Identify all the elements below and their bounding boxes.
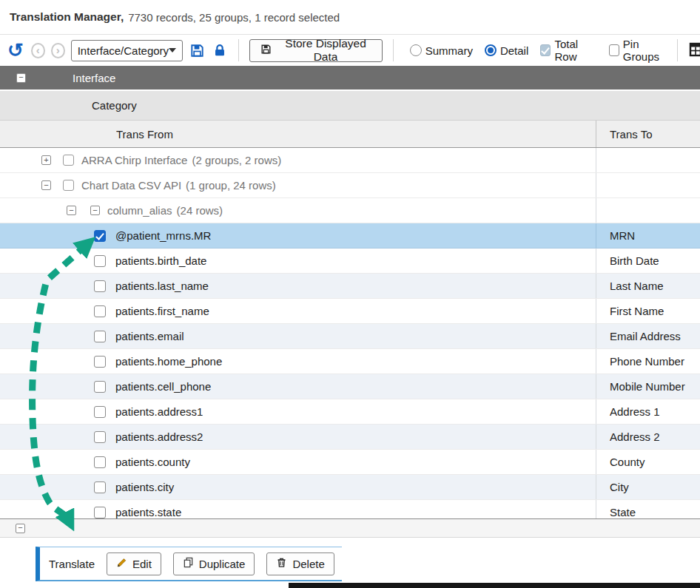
row-checkbox[interactable]	[94, 356, 106, 368]
group-meta: (1 group, 24 rows)	[186, 179, 276, 192]
lock-icon[interactable]	[212, 42, 228, 58]
edit-button[interactable]: Edit	[107, 552, 161, 575]
trans-to-cell: Address 2	[596, 425, 700, 449]
summary-radio[interactable]: Summary	[410, 44, 473, 57]
trans-to-cell: Birth Date	[596, 249, 700, 273]
collapse-icon[interactable]	[16, 73, 26, 83]
checkbox-icon	[609, 44, 619, 56]
toolbar-separator	[238, 39, 239, 61]
table-row[interactable]: patients.address1 Address 1	[0, 399, 700, 425]
translate-label: Translate	[49, 558, 95, 570]
grid-body: ARRA Chirp Interface (2 groups, 2 rows) …	[0, 148, 700, 518]
trans-to-cell: First Name	[596, 299, 700, 323]
group-checkbox[interactable]	[63, 180, 74, 191]
trans-from-cell: patients.home_phone	[115, 355, 222, 368]
interface-group-label: Interface	[73, 72, 115, 84]
view-mode-value: Interface/Category	[78, 44, 169, 57]
table-row[interactable]: patients.email Email Address	[0, 324, 700, 349]
subgroup-meta: (24 rows)	[177, 204, 223, 217]
row-checkbox[interactable]	[94, 331, 106, 342]
trans-from-cell: patients.last_name	[115, 280, 209, 292]
collapse-icon[interactable]	[41, 180, 51, 190]
column-header-trans-from[interactable]: Trans From	[116, 128, 173, 141]
grid-view-button[interactable]	[688, 41, 700, 60]
forward-button[interactable]: ›	[51, 43, 65, 58]
row-checkbox[interactable]	[94, 381, 106, 393]
table-row[interactable]: patients.home_phone Phone Number	[0, 349, 700, 374]
table-row[interactable]: patients.address2 Address 2	[0, 425, 700, 450]
row-checkbox[interactable]	[94, 431, 106, 443]
table-row[interactable]: patients.birth_date Birth Date	[0, 249, 700, 274]
footer-gap	[0, 538, 700, 547]
row-checkbox[interactable]	[94, 481, 106, 493]
back-button[interactable]: ‹	[31, 43, 45, 58]
table-row[interactable]: patients.first_name First Name	[0, 299, 700, 324]
toolbar: ↺ ‹ › Interface/Category	[0, 35, 700, 66]
store-button-label: Store Displayed Data	[279, 37, 372, 64]
collapse-icon[interactable]	[16, 524, 25, 533]
table-row[interactable]: patients.last_name Last Name	[0, 274, 700, 299]
delete-button-label: Delete	[292, 558, 324, 570]
table-row[interactable]: @patient_mrns.MR MRN	[0, 223, 700, 249]
trans-from-cell: patients.address2	[115, 430, 203, 443]
bottom-group-bar	[0, 518, 700, 538]
toolbar-separator	[393, 39, 394, 61]
trans-from-cell: patients.city	[115, 481, 174, 493]
table-icon	[688, 41, 700, 58]
chevron-right-icon: ›	[56, 44, 60, 55]
pencil-icon	[116, 557, 127, 570]
group-header-category: Category	[0, 89, 700, 121]
row-checkbox[interactable]	[94, 305, 106, 317]
store-displayed-data-button[interactable]: Store Displayed Data	[249, 39, 383, 62]
save-icon[interactable]	[189, 42, 206, 59]
collapse-icon[interactable]	[90, 206, 100, 215]
total-row-checkbox[interactable]: Total Row	[540, 38, 596, 63]
trans-from-cell: patients.first_name	[115, 305, 209, 317]
detail-radio-label: Detail	[500, 44, 528, 57]
expand-icon[interactable]	[41, 155, 51, 165]
undo-icon[interactable]: ↺	[7, 41, 24, 60]
trans-to-cell: Last Name	[596, 274, 700, 298]
subgroup-row-column-alias[interactable]: column_alias (24 rows)	[0, 198, 700, 223]
row-checkbox[interactable]	[94, 406, 106, 418]
duplicate-button-label: Duplicate	[199, 558, 246, 570]
subgroup-label: column_alias	[107, 204, 172, 217]
summary-radio-label: Summary	[425, 44, 473, 57]
radio-icon	[410, 44, 422, 56]
row-checkbox-checked[interactable]	[94, 230, 106, 242]
group-checkbox[interactable]	[63, 155, 74, 166]
row-checkbox[interactable]	[94, 280, 106, 292]
delete-button[interactable]: Delete	[266, 552, 334, 575]
column-header-trans-to[interactable]: Trans To	[596, 121, 653, 147]
translate-panel: Translate Edit Duplicate	[36, 547, 342, 581]
group-row-chart-data-csv[interactable]: Chart Data CSV API (1 group, 24 rows)	[0, 173, 700, 198]
row-checkbox[interactable]	[94, 255, 106, 267]
collapse-icon[interactable]	[67, 206, 76, 215]
trans-from-cell: patients.county	[115, 456, 190, 468]
trans-to-cell	[596, 148, 700, 172]
radio-checked-icon	[485, 44, 497, 56]
page-title: Translation Manager,	[10, 10, 124, 24]
trans-to-cell: State	[596, 500, 700, 518]
trans-from-cell: patients.state	[115, 506, 181, 518]
table-row[interactable]: patients.cell_phone Mobile Number	[0, 374, 700, 399]
table-row[interactable]: patients.county County	[0, 450, 700, 475]
copy-icon	[183, 557, 194, 570]
pin-groups-checkbox[interactable]: Pin Groups	[609, 38, 671, 63]
toolbar-separator	[677, 39, 678, 61]
column-headers: Trans From Trans To	[0, 121, 700, 148]
row-checkbox[interactable]	[94, 456, 106, 468]
chevron-left-icon: ‹	[36, 44, 40, 55]
trash-icon	[276, 557, 287, 570]
view-mode-select[interactable]: Interface/Category	[71, 40, 184, 61]
duplicate-button[interactable]: Duplicate	[173, 552, 255, 575]
trans-from-cell: patients.email	[115, 330, 184, 342]
table-row[interactable]: patients.city City	[0, 475, 700, 500]
group-row-arra-chirp[interactable]: ARRA Chirp Interface (2 groups, 2 rows)	[0, 148, 700, 173]
table-row[interactable]: patients.state State	[0, 500, 700, 518]
row-checkbox[interactable]	[94, 507, 106, 518]
category-group-label: Category	[92, 99, 137, 112]
trans-from-cell: patients.address1	[115, 405, 203, 418]
trans-to-cell	[596, 198, 700, 223]
detail-radio[interactable]: Detail	[485, 44, 528, 57]
